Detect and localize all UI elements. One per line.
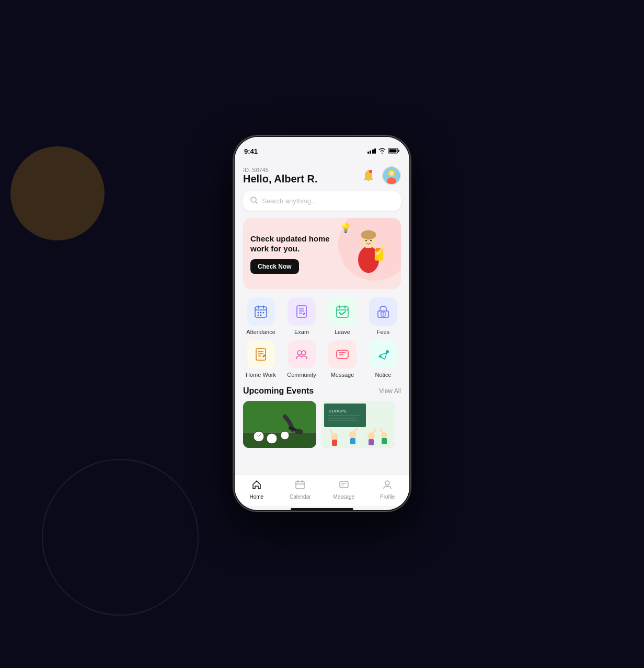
svg-point-52: [267, 433, 277, 444]
screen-content: ID: S8745 Hello, Albert R.: [235, 160, 409, 510]
exam-label: Exam: [294, 329, 309, 335]
nav-item-profile[interactable]: Profile: [366, 479, 410, 500]
svg-rect-27: [297, 306, 306, 317]
svg-point-81: [385, 481, 389, 485]
nav-item-home[interactable]: Home: [235, 479, 279, 500]
icon-grid: Attendance: [243, 297, 401, 378]
main-scroll[interactable]: ID: S8745 Hello, Albert R.: [235, 160, 409, 475]
svg-point-3: [369, 170, 372, 173]
greeting: Hello, Albert R.: [243, 173, 318, 185]
svg-point-54: [295, 429, 303, 434]
svg-point-25: [258, 315, 259, 316]
svg-point-6: [387, 178, 396, 185]
nav-item-calendar[interactable]: Calendar: [279, 479, 323, 500]
svg-line-9: [256, 202, 257, 203]
icon-tile-message[interactable]: Message: [325, 340, 360, 378]
svg-point-17: [382, 244, 385, 247]
teacher-illustration: [347, 226, 394, 281]
message-nav-label: Message: [333, 494, 354, 500]
svg-rect-78: [340, 481, 348, 488]
phone-frame: 9:41: [233, 135, 411, 512]
svg-point-7: [389, 171, 394, 176]
leave-label: Leave: [335, 329, 350, 335]
homework-label: Home Work: [246, 372, 276, 378]
bg-decoration-arc: [42, 459, 199, 616]
events-header: Upcoming Events View All: [243, 386, 401, 396]
notice-icon-box: [369, 340, 397, 368]
events-title: Upcoming Events: [243, 386, 314, 396]
status-time: 9:41: [244, 147, 258, 155]
svg-point-26: [260, 315, 262, 316]
svg-text:EUROPE: EUROPE: [329, 409, 347, 413]
svg-rect-57: [326, 405, 364, 425]
icon-tile-exam[interactable]: Exam: [284, 297, 319, 335]
search-bar[interactable]: Search anything...: [243, 191, 401, 211]
svg-point-24: [263, 312, 264, 314]
svg-rect-2: [389, 149, 397, 152]
user-id: ID: S8745: [243, 167, 318, 173]
svg-rect-69: [369, 439, 374, 445]
leave-icon-box: [328, 297, 356, 326]
icon-tile-fees[interactable]: Fees: [365, 297, 401, 335]
message-icon-box: [328, 340, 356, 368]
view-all-button[interactable]: View All: [379, 387, 401, 395]
svg-point-43: [302, 351, 306, 355]
exam-icon-box: [288, 297, 316, 326]
icon-tile-attendance[interactable]: Attendance: [243, 297, 279, 335]
svg-point-23: [260, 312, 262, 314]
svg-rect-44: [337, 350, 348, 359]
events-row: EUROPE: [243, 401, 401, 453]
battery-icon: [388, 148, 400, 155]
fees-label: Fees: [377, 329, 389, 335]
svg-rect-72: [382, 438, 387, 444]
wifi-icon: [378, 148, 386, 155]
header-left: ID: S8745 Hello, Albert R.: [243, 167, 318, 185]
status-icons: [367, 148, 400, 155]
svg-point-13: [365, 240, 367, 241]
svg-rect-66: [350, 438, 355, 444]
search-icon: [250, 197, 258, 205]
check-now-button[interactable]: Check Now: [250, 259, 299, 274]
icon-tile-notice[interactable]: Notice: [365, 340, 401, 378]
app-header: ID: S8745 Hello, Albert R.: [243, 166, 401, 185]
status-bar: 9:41: [235, 137, 409, 160]
icon-tile-homework[interactable]: Home Work: [243, 340, 279, 378]
search-placeholder: Search anything...: [262, 197, 317, 205]
notice-label: Notice: [375, 372, 391, 378]
community-icon-box: [288, 340, 316, 368]
attendance-icon-box: [247, 297, 275, 326]
svg-point-14: [370, 240, 372, 241]
event-card-football[interactable]: [243, 401, 316, 448]
profile-nav-label: Profile: [380, 494, 395, 500]
profile-nav-icon: [382, 479, 393, 492]
attendance-label: Attendance: [246, 329, 275, 335]
bottom-nav: Home Calendar: [235, 475, 409, 506]
classroom-event-image: EUROPE: [321, 401, 395, 448]
icon-tile-leave[interactable]: Leave: [325, 297, 360, 335]
bell-icon[interactable]: [360, 167, 377, 184]
home-nav-icon: [251, 479, 262, 492]
svg-point-22: [258, 312, 259, 314]
svg-point-12: [361, 230, 376, 239]
svg-point-53: [281, 431, 289, 440]
calendar-nav-label: Calendar: [290, 494, 311, 500]
community-label: Community: [287, 372, 316, 378]
bg-decoration-circle: [10, 146, 105, 240]
nav-item-message[interactable]: Message: [322, 479, 366, 500]
football-event-image: [243, 401, 316, 448]
message-label: Message: [331, 372, 354, 378]
svg-rect-1: [398, 149, 400, 152]
header-right: [360, 166, 401, 185]
svg-rect-74: [296, 481, 304, 489]
user-avatar[interactable]: [382, 166, 401, 185]
home-indicator: [291, 508, 353, 510]
home-nav-label: Home: [249, 494, 263, 500]
event-card-classroom[interactable]: EUROPE: [321, 401, 395, 448]
svg-rect-38: [256, 349, 266, 360]
fees-icon-box: [369, 297, 397, 326]
svg-rect-63: [332, 440, 337, 446]
icon-tile-community[interactable]: Community: [284, 340, 319, 378]
phone-screen: 9:41: [235, 137, 409, 510]
phone-mockup: 9:41: [233, 135, 411, 512]
banner-content: Check updated home work for you. Check N…: [250, 234, 347, 274]
